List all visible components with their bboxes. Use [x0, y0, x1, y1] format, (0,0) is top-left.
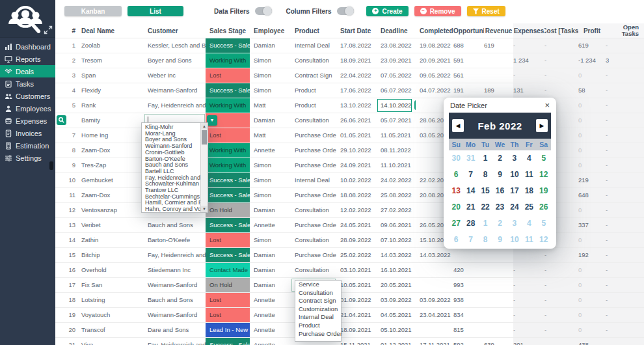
cell-profit[interactable]: -1 234	[578, 53, 606, 68]
column-filters-toggle[interactable]	[337, 7, 354, 15]
calendar-day[interactable]: 9	[492, 232, 507, 248]
cell-profit[interactable]: 0	[578, 323, 606, 337]
cell-employee[interactable]: Damian	[250, 38, 291, 53]
cell-deal[interactable]: Zathin	[77, 233, 144, 247]
dropdown-item[interactable]: Hahn, Conroy and Von	[142, 206, 201, 212]
cell-employee[interactable]: Annette	[250, 338, 291, 345]
cell-stage[interactable]: Lost	[206, 308, 250, 322]
sidebar-item-deals[interactable]: Deals	[0, 65, 55, 77]
cell-stage[interactable]: Success - Sale	[206, 338, 250, 345]
sales-stage-badge[interactable]: Lost	[206, 308, 250, 322]
cell-profit[interactable]: 0	[578, 113, 606, 128]
cell-exp[interactable]: 131	[513, 83, 544, 98]
cell-start[interactable]: 01.05.2021	[336, 128, 377, 143]
calendar-day[interactable]: 9	[492, 167, 507, 183]
cell-profit[interactable]: 0	[578, 128, 606, 143]
cell-open[interactable]: -	[606, 278, 644, 292]
scroll-up-icon[interactable]: ▲	[201, 123, 208, 130]
calendar-day[interactable]: 13	[449, 183, 463, 199]
cell-rev[interactable]	[484, 308, 513, 322]
cell-start[interactable]: 13.10.2022	[336, 98, 377, 113]
sales-stage-badge[interactable]: Success - Sale	[206, 248, 250, 262]
cell-opp[interactable]: 191	[453, 83, 484, 98]
cell-stage[interactable]: ▼	[206, 113, 250, 128]
cell-customer[interactable]: Bauch and Sons	[144, 218, 206, 232]
cell-opp[interactable]: 938	[453, 293, 484, 307]
header-opp[interactable]: Opportunity	[453, 27, 484, 34]
cell-product[interactable]: Purchase Order	[291, 188, 336, 202]
cell-open[interactable]: -	[606, 143, 644, 158]
calendar-day[interactable]: 12	[537, 232, 551, 248]
cell-start[interactable]: 17.08.2022	[336, 38, 377, 53]
cell-deadline[interactable]: 06.07.2022	[377, 83, 416, 98]
cell-rev[interactable]: 639	[484, 338, 513, 345]
cell-deal[interactable]: Overhold	[77, 263, 144, 277]
cell-completed[interactable]: 04.07.2022	[416, 83, 453, 98]
cell-opp[interactable]	[453, 248, 484, 262]
cell-stage[interactable]: Working With	[206, 143, 250, 158]
cell-open[interactable]: -	[606, 323, 644, 337]
cell-start[interactable]: 24.09.2021	[336, 158, 377, 172]
calendar-day[interactable]: 2	[492, 215, 507, 232]
calendar-day[interactable]: 5	[537, 215, 551, 232]
cell-start[interactable]: 18.09.2021	[336, 53, 377, 68]
cell-deal[interactable]: Lotstring	[77, 293, 144, 307]
calendar-day[interactable]: 22	[478, 199, 492, 215]
sidebar-item-settings[interactable]: Settings	[0, 152, 55, 164]
cell-customer[interactable]: Fay, Heidenreich and Hagenes	[144, 248, 206, 262]
cell-employee[interactable]: Matt	[250, 128, 291, 143]
cell-employee[interactable]: Annette	[250, 323, 291, 337]
cell-product[interactable]: Purchase Order	[291, 143, 336, 158]
calendar-day[interactable]: 4	[522, 150, 536, 167]
cell-open[interactable]: -	[606, 128, 644, 143]
cell-profit[interactable]: 0	[578, 143, 606, 158]
cell-rev[interactable]	[484, 68, 513, 83]
cell-product[interactable]: Consultation	[291, 113, 336, 128]
expand-icon[interactable]	[44, 25, 53, 34]
cell-completed[interactable]: 03.09.2022	[416, 293, 453, 307]
cell-open[interactable]: -	[606, 248, 644, 262]
cell-opp[interactable]: 688	[453, 38, 484, 53]
cell-deal[interactable]: Bitchip	[77, 248, 144, 262]
cell-deadline[interactable]: 08.11.2022	[377, 143, 416, 158]
cell-profit[interactable]: 648	[578, 188, 606, 202]
cell-deadline[interactable]: 14.10.2022	[377, 98, 416, 113]
cell-profit[interactable]: 0	[578, 158, 606, 172]
cell-stage[interactable]: On Hold	[206, 203, 250, 217]
cell-deal[interactable]: Zaam-Dox	[77, 188, 144, 202]
data-filters-toggle[interactable]	[255, 7, 272, 15]
scroll-thumb[interactable]	[202, 130, 207, 145]
cell-stage[interactable]: Lead In - New	[206, 323, 250, 337]
sales-stage-badge[interactable]: Success - Sale	[206, 338, 250, 345]
cell-employee[interactable]: Simon	[250, 188, 291, 202]
cell-customer[interactable]: Kessler, Lesch and Boyle	[144, 38, 206, 53]
cell-start[interactable]: 12.02.2022	[336, 203, 377, 217]
cell-employee[interactable]: Simon	[250, 233, 291, 247]
calendar-day[interactable]: 8	[478, 167, 492, 183]
cell-employee[interactable]: Damian	[250, 248, 291, 262]
cell-deadline[interactable]: 09.06.2021	[377, 218, 416, 232]
cell-employee[interactable]: Matt	[250, 98, 291, 113]
cell-start[interactable]: 25.02.2022	[336, 248, 377, 262]
cell-opp[interactable]: 420	[453, 263, 484, 277]
cell-open[interactable]: -	[606, 263, 644, 277]
calendar-day[interactable]: 1	[478, 215, 492, 232]
cell-start[interactable]: 29.10.2022	[336, 143, 377, 158]
cell-product[interactable]: Purchase Order	[291, 248, 336, 262]
cell-profit[interactable]: 219	[578, 173, 606, 187]
sidebar-scroll-thumb[interactable]	[49, 161, 53, 170]
cell-deal[interactable]: Bamity	[77, 113, 144, 128]
cell-start[interactable]: 21.04.2021	[336, 308, 377, 322]
cell-profit[interactable]: 0	[578, 293, 606, 307]
cell-deadline[interactable]: 11.10.2021	[377, 158, 416, 172]
cell-open[interactable]: -	[606, 38, 644, 53]
cell-exp[interactable]: 201	[513, 338, 544, 345]
cell-completed[interactable]	[416, 263, 453, 277]
dropdown-item[interactable]: Consultation	[295, 289, 341, 297]
cell-profit[interactable]: 0	[578, 263, 606, 277]
calendar-day[interactable]: 30	[449, 150, 463, 167]
sales-stage-badge[interactable]: Success - Sale	[206, 218, 250, 232]
header-stage[interactable]: Sales Stage	[206, 27, 250, 34]
cell-rev[interactable]	[484, 248, 513, 262]
cell-exp[interactable]	[513, 248, 544, 262]
